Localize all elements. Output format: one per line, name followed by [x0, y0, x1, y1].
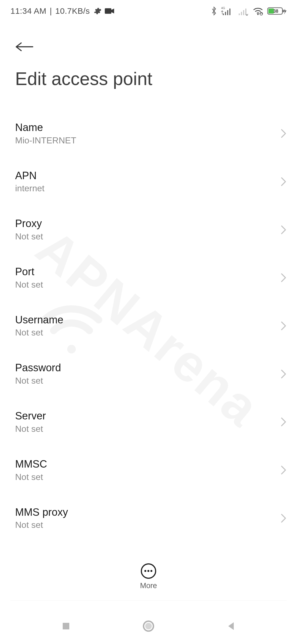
svg-rect-16	[63, 623, 69, 629]
status-separator: |	[50, 6, 52, 16]
status-net-speed: 10.7KB/s	[55, 6, 90, 16]
wifi-icon	[252, 7, 263, 15]
chevron-right-icon	[280, 465, 287, 475]
svg-rect-3	[225, 12, 226, 15]
gear-icon	[93, 7, 101, 15]
setting-mms-proxy[interactable]: MMS proxy Not set	[0, 494, 297, 542]
setting-label: Password	[15, 362, 272, 374]
chevron-right-icon	[280, 177, 287, 187]
setting-value: Not set	[15, 376, 272, 386]
chevron-right-icon	[280, 417, 287, 427]
chevron-right-icon	[280, 129, 287, 138]
chevron-right-icon	[280, 273, 287, 283]
setting-label: MMSC	[15, 458, 272, 470]
setting-value: Not set	[15, 520, 272, 530]
status-right: 4G	[211, 6, 287, 16]
status-left: 11:34 AM | 10.7KB/s	[10, 6, 114, 16]
setting-label: APN	[15, 170, 272, 182]
svg-rect-13	[283, 10, 284, 12]
svg-rect-2	[223, 13, 224, 15]
setting-label: Username	[15, 314, 272, 326]
setting-value: Not set	[15, 280, 272, 290]
nav-back-button[interactable]	[215, 615, 248, 637]
svg-rect-5	[229, 9, 230, 15]
back-button[interactable]	[15, 37, 37, 56]
chevron-right-icon	[280, 225, 287, 235]
setting-value: Not set	[15, 231, 272, 242]
svg-rect-8	[243, 10, 244, 15]
more-label: More	[140, 582, 157, 590]
setting-label: Name	[15, 122, 272, 134]
status-time: 11:34 AM	[10, 6, 46, 16]
svg-text:38: 38	[273, 9, 278, 13]
bottom-divider	[10, 600, 287, 601]
svg-rect-7	[241, 12, 242, 15]
chevron-right-icon	[280, 321, 287, 331]
setting-name[interactable]: Name Mio-INTERNET	[0, 110, 297, 158]
setting-server[interactable]: Server Not set	[0, 398, 297, 446]
svg-point-10	[257, 14, 259, 15]
nav-home-button[interactable]	[132, 615, 165, 637]
setting-value: Not set	[15, 424, 272, 434]
setting-label: Server	[15, 410, 272, 422]
setting-label: Proxy	[15, 218, 272, 230]
setting-value: Not set	[15, 328, 272, 338]
setting-username[interactable]: Username Not set	[0, 302, 297, 350]
svg-text:4G: 4G	[221, 6, 225, 10]
bluetooth-icon	[211, 6, 217, 16]
signal-4g-icon: 4G	[221, 6, 234, 16]
setting-proxy[interactable]: Proxy Not set	[0, 206, 297, 254]
setting-password[interactable]: Password Not set	[0, 350, 297, 398]
chevron-right-icon	[280, 513, 287, 523]
bottom-bar: More	[0, 553, 297, 600]
setting-value: internet	[15, 183, 272, 193]
svg-rect-14	[268, 9, 274, 13]
svg-rect-6	[239, 13, 240, 15]
setting-value: Mio-INTERNET	[15, 135, 272, 146]
setting-label: MMS proxy	[15, 506, 272, 519]
battery-icon: 38	[267, 7, 287, 15]
more-icon	[141, 563, 156, 579]
more-button[interactable]: More	[140, 563, 157, 590]
setting-mmsc[interactable]: MMSC Not set	[0, 446, 297, 494]
signal-nosim-icon	[238, 6, 249, 16]
video-camera-icon	[105, 8, 114, 14]
svg-rect-0	[105, 8, 111, 14]
setting-port[interactable]: Port Not set	[0, 254, 297, 302]
page-title: Edit access point	[15, 68, 152, 89]
setting-apn[interactable]: APN internet	[0, 158, 297, 206]
system-nav-bar	[0, 608, 297, 644]
status-bar: 11:34 AM | 10.7KB/s 4G	[0, 0, 297, 22]
nav-recents-button[interactable]	[50, 615, 82, 637]
chevron-right-icon	[280, 369, 287, 379]
setting-label: Port	[15, 266, 272, 278]
setting-value: Not set	[15, 472, 272, 482]
svg-point-18	[145, 623, 152, 629]
header	[15, 37, 37, 56]
svg-rect-4	[227, 10, 228, 15]
